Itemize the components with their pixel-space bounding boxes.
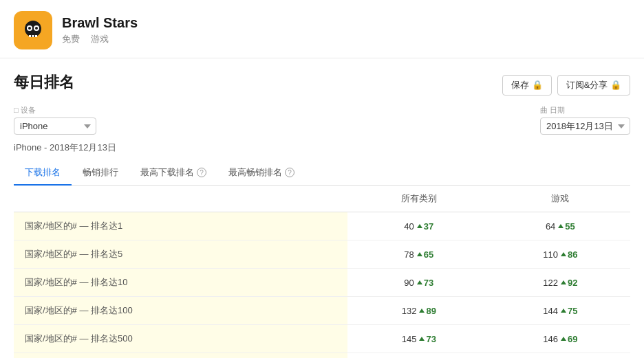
row-all-cat: 9073 <box>347 269 491 297</box>
app-info: Brawl Stars 免费 游戏 <box>62 15 138 45</box>
tabs-row: 下载排名 畅销排行 最高下载排名 ? 最高畅销排名 ? <box>14 161 630 186</box>
row-all-cat: 14670 <box>347 353 491 359</box>
header-actions: 保存 🔒 订阅&分享 🔒 <box>502 75 630 96</box>
table-row: 国家/地区的# — 排名达5001457314669 <box>14 325 630 353</box>
tab-sales-label: 畅销排行 <box>83 166 118 179</box>
row-label: 国家/地区的# — 排名达100 <box>14 297 347 325</box>
row-label: 国家/地区的# — 排名达10 <box>14 269 347 297</box>
row-game: 14475 <box>491 297 630 325</box>
svg-rect-8 <box>32 35 34 37</box>
table-row: 国家/地区的# — 排名达5786511086 <box>14 240 630 269</box>
svg-point-5 <box>35 27 38 30</box>
app-title: Brawl Stars <box>62 15 138 31</box>
top-download-help-icon[interactable]: ? <box>197 168 206 177</box>
tab-download-label: 下载排名 <box>25 166 61 179</box>
row-label: 国家/地区的# — 排名达1000 <box>14 353 347 359</box>
row-all-cat: 4037 <box>347 212 491 240</box>
top-sales-help-icon[interactable]: ? <box>285 168 294 177</box>
row-label: 国家/地区的# — 排名达5 <box>14 240 347 269</box>
row-label: 国家/地区的# — 排名达1 <box>14 212 347 240</box>
row-all-cat: 14573 <box>347 325 491 353</box>
row-label: 国家/地区的# — 排名达500 <box>14 325 347 353</box>
date-label: 曲 日期 <box>540 105 630 115</box>
page-title: 每日排名 <box>14 72 74 93</box>
tab-top-sales-label: 最高畅销排名 <box>228 166 282 179</box>
app-category: 游戏 <box>91 34 109 44</box>
device-filter-group: □ 设备 iPhone iPad <box>14 105 96 135</box>
svg-point-4 <box>28 27 31 30</box>
app-price: 免费 <box>62 34 80 44</box>
subscribe-share-button[interactable]: 订阅&分享 🔒 <box>557 75 630 96</box>
save-button[interactable]: 保存 🔒 <box>502 75 552 96</box>
row-game: 6455 <box>491 212 630 240</box>
svg-rect-9 <box>35 35 37 37</box>
app-icon <box>14 11 52 49</box>
filters-row: □ 设备 iPhone iPad 曲 日期 2018年12月13日 <box>14 105 630 135</box>
date-select[interactable]: 2018年12月13日 <box>540 118 630 135</box>
row-all-cat: 7865 <box>347 240 491 269</box>
table-row: 国家/地区的# — 排名达1001328914475 <box>14 297 630 325</box>
table-row: 国家/地区的# — 排名达10001467014668 <box>14 353 630 359</box>
tab-top-sales[interactable]: 最高畅销排名 ? <box>217 161 305 186</box>
section-header: 每日排名 保存 🔒 订阅&分享 🔒 <box>14 72 630 96</box>
date-filter-group: 曲 日期 2018年12月13日 <box>540 105 630 135</box>
col-header-game: 游戏 <box>491 186 630 212</box>
table-row: 国家/地区的# — 排名达10907312292 <box>14 269 630 297</box>
tab-download[interactable]: 下载排名 <box>14 161 72 186</box>
app-header: Brawl Stars 免费 游戏 <box>0 0 644 58</box>
row-all-cat: 13289 <box>347 297 491 325</box>
row-game: 14668 <box>491 353 630 359</box>
device-select[interactable]: iPhone iPad <box>14 118 96 135</box>
app-subtitle: 免费 游戏 <box>62 33 138 45</box>
context-label: iPhone - 2018年12月13日 <box>14 142 630 154</box>
rankings-table: 所有类别 游戏 国家/地区的# — 排名达140376455国家/地区的# — … <box>14 186 630 358</box>
device-label: □ 设备 <box>14 105 96 115</box>
tab-top-download-label: 最高下载排名 <box>140 166 194 179</box>
svg-rect-7 <box>29 35 31 37</box>
table-row: 国家/地区的# — 排名达140376455 <box>14 212 630 240</box>
row-game: 14669 <box>491 325 630 353</box>
tab-sales[interactable]: 畅销排行 <box>72 161 129 186</box>
page-body: 每日排名 保存 🔒 订阅&分享 🔒 □ 设备 iPhone iPad 曲 日期 … <box>0 58 644 358</box>
tab-top-download[interactable]: 最高下载排名 ? <box>129 161 217 186</box>
row-game: 12292 <box>491 269 630 297</box>
col-header-all: 所有类别 <box>347 186 491 212</box>
row-game: 11086 <box>491 240 630 269</box>
col-header-label <box>14 186 347 212</box>
